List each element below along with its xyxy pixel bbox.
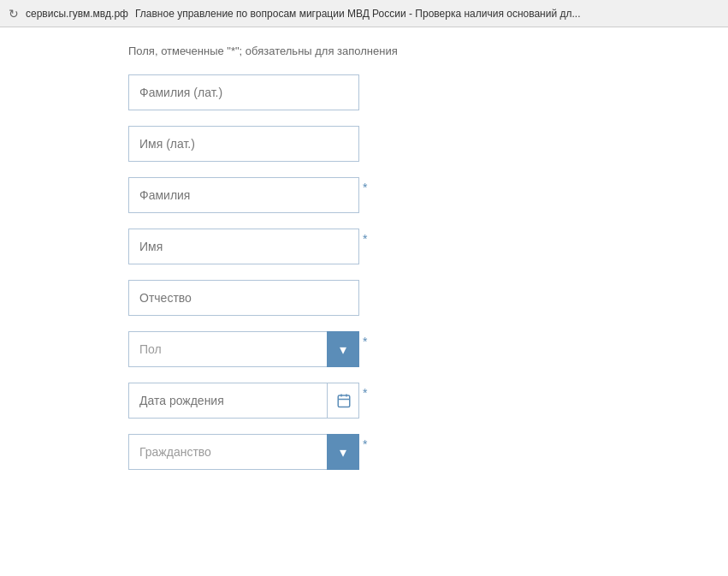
gender-select[interactable]: Пол Мужской Женский <box>128 331 359 367</box>
page-content: Поля, отмеченные "*"; обязательны для за… <box>0 27 728 576</box>
field-wrapper-surname: * <box>128 177 694 213</box>
field-wrapper-name: * <box>128 229 694 264</box>
field-wrapper-name-lat <box>128 126 694 162</box>
surname-lat-input[interactable] <box>128 74 359 110</box>
form-group-name: * <box>128 229 694 264</box>
gender-required-star: * <box>363 335 367 348</box>
field-wrapper-patronymic <box>128 280 694 316</box>
citizenship-select[interactable]: Гражданство <box>128 434 359 470</box>
form-group-citizenship: Гражданство ▾ * <box>128 434 694 470</box>
citizenship-select-wrapper: Гражданство ▾ <box>128 434 359 470</box>
name-input[interactable] <box>128 229 359 264</box>
form-group-surname-lat <box>128 74 694 110</box>
birthdate-required-star: * <box>363 386 367 400</box>
field-wrapper-citizenship: Гражданство ▾ * <box>128 434 694 470</box>
required-note: Поля, отмеченные "*"; обязательны для за… <box>128 45 694 57</box>
patronymic-input[interactable] <box>128 280 359 316</box>
citizenship-required-star: * <box>363 437 367 451</box>
field-wrapper-birthdate: * <box>128 383 694 419</box>
field-wrapper-surname-lat <box>128 74 694 110</box>
field-wrapper-gender: Пол Мужской Женский ▾ * <box>128 331 694 367</box>
gender-select-wrapper: Пол Мужской Женский ▾ <box>128 331 359 367</box>
browser-url: сервисы.гувм.мвд.рф <box>26 8 128 20</box>
form-group-name-lat <box>128 126 694 162</box>
surname-input[interactable] <box>128 177 359 213</box>
name-lat-input[interactable] <box>128 126 359 162</box>
form-group-surname: * <box>128 177 694 213</box>
calendar-icon[interactable] <box>327 383 359 419</box>
form-group-patronymic <box>128 280 694 316</box>
name-required-star: * <box>363 232 367 246</box>
form-group-birthdate: * <box>128 383 694 419</box>
surname-required-star: * <box>363 181 367 194</box>
browser-title: Главное управление по вопросам миграции … <box>135 8 719 20</box>
browser-bar: ↻ сервисы.гувм.мвд.рф Главное управление… <box>0 0 728 27</box>
birthdate-input[interactable] <box>128 383 359 419</box>
birthdate-wrapper <box>128 383 359 419</box>
reload-icon[interactable]: ↻ <box>9 7 19 21</box>
svg-rect-0 <box>338 395 350 407</box>
form-group-gender: Пол Мужской Женский ▾ * <box>128 331 694 367</box>
